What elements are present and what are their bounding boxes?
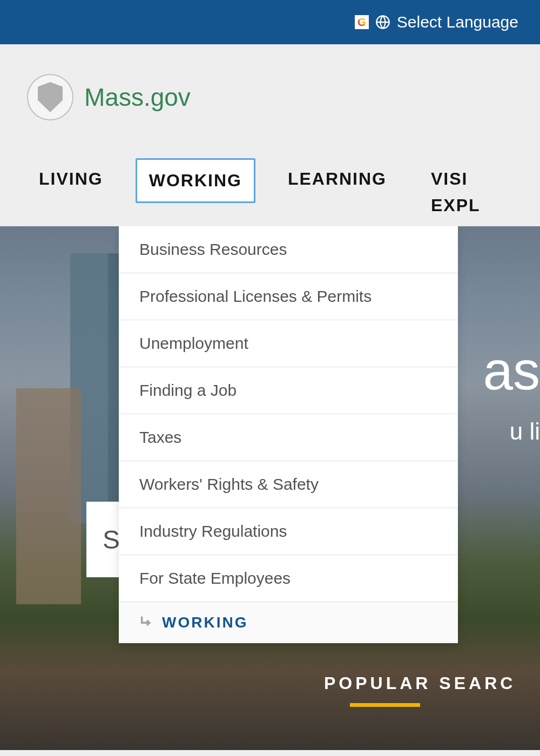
- site-name: Mass.gov: [84, 83, 191, 112]
- state-seal-icon: [27, 74, 73, 120]
- dropdown-item-workers-rights[interactable]: Workers' Rights & Safety: [119, 461, 458, 508]
- nav-item-living[interactable]: LIVING: [27, 158, 115, 200]
- dropdown-item-finding-a-job[interactable]: Finding a Job: [119, 367, 458, 414]
- dropdown-item-business-resources[interactable]: Business Resources: [119, 226, 458, 273]
- nav-item-exploring-partial[interactable]: EXPL: [419, 192, 492, 226]
- logo-row[interactable]: Mass.gov: [27, 74, 513, 120]
- globe-icon[interactable]: [375, 15, 390, 30]
- hero: Business Resources Professional Licenses…: [0, 226, 540, 750]
- dropdown-item-industry-regulations[interactable]: Industry Regulations: [119, 508, 458, 555]
- utility-top-bar: G Select Language: [0, 0, 540, 44]
- nav-item-working[interactable]: WORKING: [136, 158, 255, 203]
- google-translate-icon[interactable]: G: [355, 15, 369, 29]
- header: Mass.gov LIVING WORKING LEARNING VISI EX…: [0, 44, 540, 226]
- hero-building-graphic-2: [16, 388, 81, 604]
- nav-item-visiting-partial[interactable]: VISI: [419, 158, 492, 192]
- accent-underline: [350, 703, 420, 707]
- return-arrow-icon: [139, 614, 154, 631]
- dropdown-footer-link[interactable]: WORKING: [119, 602, 458, 643]
- hero-subtitle-fragment: u li: [510, 418, 540, 445]
- search-box-fragment[interactable]: S: [86, 502, 119, 577]
- dropdown-footer-label: WORKING: [162, 614, 248, 631]
- dropdown-item-unemployment[interactable]: Unemployment: [119, 320, 458, 367]
- primary-nav: LIVING WORKING LEARNING VISI EXPL: [27, 158, 513, 226]
- select-language-link[interactable]: Select Language: [397, 13, 518, 31]
- working-dropdown: Business Resources Professional Licenses…: [119, 226, 458, 643]
- hero-title-fragment: as: [483, 340, 540, 402]
- nav-item-learning[interactable]: LEARNING: [276, 158, 399, 200]
- popular-searches-heading: POPULAR SEARC: [324, 673, 516, 693]
- dropdown-item-professional-licenses[interactable]: Professional Licenses & Permits: [119, 273, 458, 320]
- dropdown-item-state-employees[interactable]: For State Employees: [119, 555, 458, 602]
- dropdown-item-taxes[interactable]: Taxes: [119, 414, 458, 461]
